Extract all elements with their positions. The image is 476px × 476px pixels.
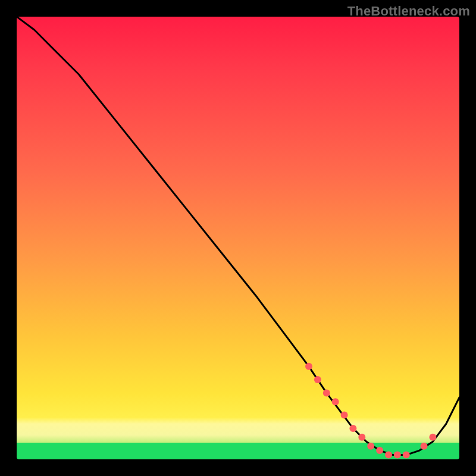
highlight-dot	[367, 443, 374, 450]
highlight-dot	[429, 434, 436, 441]
highlight-dot	[421, 443, 428, 450]
plot-area	[17, 17, 459, 459]
highlight-dot	[376, 447, 383, 454]
watermark-label: TheBottleneck.com	[347, 4, 470, 19]
highlight-dot	[341, 412, 348, 419]
highlight-dot	[305, 363, 312, 370]
chart-frame: TheBottleneck.com	[0, 0, 476, 476]
highlight-dot	[314, 376, 321, 383]
highlight-dot	[323, 389, 330, 396]
highlight-dot	[358, 434, 365, 441]
highlight-dot	[349, 425, 356, 432]
bottleneck-curve-path	[17, 17, 459, 455]
highlight-dot	[385, 452, 392, 459]
highlight-dot	[403, 452, 410, 459]
highlight-dot	[332, 398, 339, 405]
highlight-dot	[394, 452, 401, 459]
curve-layer	[17, 17, 459, 459]
highlight-dots-group	[305, 363, 436, 459]
